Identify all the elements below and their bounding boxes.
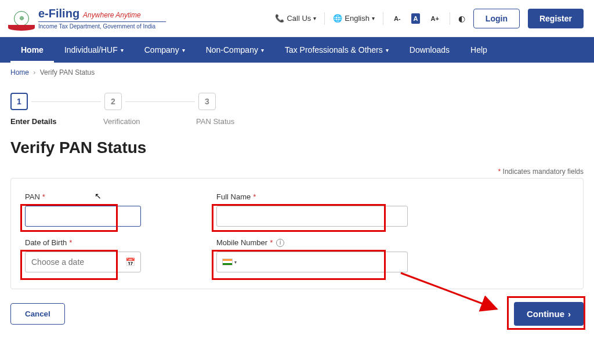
step-1-number: 1 [10, 93, 28, 110]
divider [450, 12, 450, 25]
mobile-input[interactable] [216, 252, 408, 272]
pan-group: PAN * ↖ [25, 192, 141, 227]
country-code-selector[interactable]: ▾ [222, 259, 237, 265]
dob-input[interactable] [25, 252, 141, 272]
dept-subtext: Income Tax Department, Government of Ind… [38, 23, 166, 30]
continue-button[interactable]: Continue › [514, 302, 584, 326]
logo[interactable]: ☸ e-Filing Anywhere Anytime Income Tax D… [10, 7, 166, 30]
font-increase[interactable]: A+ [428, 13, 441, 24]
nav-tax-professionals[interactable]: Tax Professionals & Others▾ [274, 37, 399, 63]
chevron-down-icon: ▾ [182, 47, 185, 53]
font-normal[interactable]: A [411, 13, 421, 24]
step-2-label: Verification [103, 117, 196, 126]
mobile-label: Mobile Number * i [216, 238, 408, 247]
nav-downloads[interactable]: Downloads [399, 37, 460, 63]
dob-group: Date of Birth * 📅 [25, 238, 141, 272]
font-decrease[interactable]: A- [392, 13, 403, 24]
mandatory-note: * Indicates mandatory fields [10, 168, 584, 176]
contrast-icon[interactable]: ◐ [458, 14, 465, 23]
globe-icon: 🌐 [333, 14, 342, 23]
language-label: English [345, 14, 370, 23]
call-us-label: Call Us [287, 14, 311, 23]
main-nav: Home Individual/HUF▾ Company▾ Non-Compan… [0, 37, 594, 63]
nav-help[interactable]: Help [460, 37, 498, 63]
chevron-right-icon: › [568, 309, 571, 319]
chevron-down-icon: ▾ [261, 47, 264, 53]
divider [383, 12, 383, 25]
dob-label: Date of Birth * [25, 238, 141, 247]
header-controls: 📞 Call Us ▾ 🌐 English ▾ A- A A+ ◐ Login … [275, 9, 584, 28]
divider [324, 12, 325, 25]
breadcrumb-current: Verify PAN Status [40, 68, 95, 77]
nav-individual[interactable]: Individual/HUF▾ [54, 37, 134, 63]
stepper-labels: Enter Details Verification PAN Status [0, 114, 594, 132]
stepper: 1 2 3 [0, 82, 594, 114]
breadcrumb-separator: › [33, 68, 35, 77]
step-connector [31, 101, 101, 102]
step-connector [125, 101, 195, 102]
chevron-down-icon: ▾ [386, 47, 389, 53]
form-actions: Cancel Continue › [10, 302, 584, 326]
cancel-button[interactable]: Cancel [10, 303, 65, 325]
emblem-icon: ☸ [10, 8, 32, 30]
step-1-label: Enter Details [10, 117, 103, 126]
chevron-down-icon: ▾ [313, 15, 316, 21]
step-3-number: 3 [198, 93, 216, 110]
register-button[interactable]: Register [528, 9, 584, 28]
nav-company[interactable]: Company▾ [134, 37, 195, 63]
form-card: PAN * ↖ Full Name * Date of Birth * 📅 [10, 178, 584, 289]
breadcrumb-home[interactable]: Home [10, 68, 29, 77]
page-title: Verify PAN Status [10, 139, 584, 157]
logo-text: e-Filing Anywhere Anytime Income Tax Dep… [38, 7, 166, 30]
fullname-input[interactable] [216, 206, 408, 227]
pan-label: PAN * [25, 192, 141, 201]
pan-input[interactable] [25, 206, 141, 227]
call-us-dropdown[interactable]: 📞 Call Us ▾ [275, 14, 316, 23]
chevron-down-icon: ▾ [372, 15, 375, 21]
step-2-number: 2 [104, 93, 122, 110]
phone-icon: 📞 [275, 14, 284, 23]
chevron-down-icon: ▾ [234, 260, 237, 265]
login-button[interactable]: Login [473, 9, 520, 28]
header: ☸ e-Filing Anywhere Anytime Income Tax D… [0, 0, 594, 37]
nav-home[interactable]: Home [10, 37, 54, 63]
chevron-down-icon: ▾ [121, 47, 124, 53]
breadcrumb: Home › Verify PAN Status [0, 63, 594, 82]
fullname-group: Full Name * [216, 192, 408, 227]
india-flag-icon [222, 259, 233, 265]
language-dropdown[interactable]: 🌐 English ▾ [333, 14, 375, 23]
tagline: Anywhere Anytime [83, 11, 141, 19]
fullname-label: Full Name * [216, 192, 408, 201]
efile-title: e-Filing [38, 7, 79, 20]
nav-non-company[interactable]: Non-Company▾ [195, 37, 274, 63]
step-3-label: PAN Status [196, 117, 234, 126]
info-icon[interactable]: i [276, 239, 284, 247]
mobile-group: Mobile Number * i ▾ [216, 238, 408, 272]
page-body: Verify PAN Status * Indicates mandatory … [0, 139, 594, 343]
